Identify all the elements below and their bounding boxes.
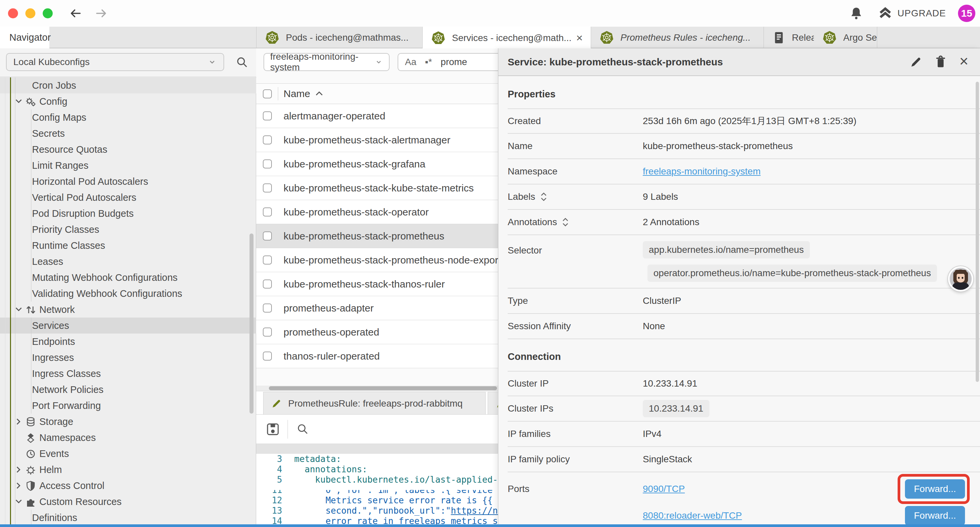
close-tab-icon[interactable]: × xyxy=(576,31,583,45)
editor-search-icon[interactable] xyxy=(296,422,310,436)
zoom-window-button[interactable] xyxy=(43,8,53,18)
row-checkbox[interactable] xyxy=(263,328,272,336)
namespace-link[interactable]: freeleaps-monitoring-system xyxy=(643,166,760,177)
selector-chip[interactable]: operator.prometheus.io/name=kube-prometh… xyxy=(648,264,937,282)
sidebar-tree-item[interactable]: Pod Disruption Budgets xyxy=(0,205,256,221)
notification-count-badge[interactable]: 15 xyxy=(958,5,975,22)
sidebar-tree-item[interactable]: Definitions xyxy=(0,509,256,525)
match-case-toggle[interactable]: Aa xyxy=(405,57,416,67)
table-row[interactable]: kube-prometheus-stack-grafana xyxy=(256,152,498,176)
participant-avatar[interactable] xyxy=(948,266,973,291)
app-tab[interactable]: Pods - icecheng@mathmas... xyxy=(256,27,423,48)
row-checkbox[interactable] xyxy=(263,304,272,312)
table-row[interactable]: kube-prometheus-stack-thanos-ruler xyxy=(256,272,498,296)
table-row[interactable]: prometheus-operated xyxy=(256,320,498,344)
sidebar-tree-item[interactable]: Custom Resources xyxy=(0,494,256,509)
row-checkbox[interactable] xyxy=(263,231,272,240)
notifications-bell-icon[interactable] xyxy=(849,6,864,21)
row-checkbox[interactable] xyxy=(263,207,272,217)
app-tab[interactable]: Argo Se xyxy=(814,27,877,48)
navigator-panel-tab[interactable]: Navigator xyxy=(0,27,49,48)
cluster-ip-chip[interactable]: 10.233.14.91 xyxy=(643,400,710,417)
regex-toggle[interactable]: ▪* xyxy=(425,57,432,67)
sidebar-tree-item[interactable]: Cron Jobs xyxy=(0,77,256,93)
sidebar-tree-item[interactable]: Events xyxy=(0,446,256,462)
table-row[interactable]: kube-prometheus-stack-kube-state-metrics xyxy=(256,176,498,200)
sidebar-tree-item[interactable]: Mutating Webhook Configurations xyxy=(0,269,256,285)
yaml-link[interactable]: https://net xyxy=(451,506,498,516)
row-checkbox[interactable] xyxy=(263,255,272,264)
table-row[interactable]: kube-prometheus-stack-prometheus-node-ex… xyxy=(256,248,498,272)
table-row[interactable]: kube-prometheus-stack-alertmanager xyxy=(256,128,498,152)
app-tab[interactable]: Release Notes xyxy=(764,27,814,48)
sidebar-tree-item[interactable]: Network Policies xyxy=(0,382,256,398)
row-checkbox[interactable] xyxy=(263,352,272,361)
row-checkbox[interactable] xyxy=(263,280,272,288)
sidebar-scrollbar[interactable] xyxy=(250,234,253,414)
sidebar-tree-item[interactable]: Ingress Classes xyxy=(0,366,256,382)
sidebar-tree-item[interactable]: Limit Ranges xyxy=(0,158,256,174)
horizontal-scrollbar-thumb[interactable] xyxy=(269,386,497,390)
save-icon[interactable] xyxy=(266,422,280,436)
sidebar-tree-item[interactable]: Storage xyxy=(0,414,256,430)
forward-port-button[interactable]: Forward... xyxy=(905,506,965,524)
sidebar-tree-item[interactable]: Horizontal Pod Autoscalers xyxy=(0,174,256,189)
forward-port-button[interactable]: Forward... xyxy=(905,479,965,498)
sidebar-tree-item[interactable]: Resource Quotas xyxy=(0,142,256,158)
upgrade-button[interactable]: UPGRADE xyxy=(878,7,946,20)
delete-resource-icon[interactable] xyxy=(935,56,947,69)
kubeconfig-selector[interactable]: Local Kubeconfigs xyxy=(6,53,224,71)
sidebar-tree-item[interactable]: Endpoints xyxy=(0,334,256,350)
sidebar-tree-item[interactable]: Priority Classes xyxy=(0,221,256,237)
row-checkbox[interactable] xyxy=(263,135,272,145)
sidebar-tree-item[interactable]: Leases xyxy=(0,253,256,269)
sidebar-tree-item[interactable]: Secrets xyxy=(0,126,256,142)
yaml-editor[interactable]: 3metadata: 4 annotations: 5 kubectl.kube… xyxy=(256,454,498,527)
sidebar-tree-item[interactable]: Config xyxy=(0,93,256,110)
table-row[interactable]: alertmanager-operated xyxy=(256,104,498,128)
sidebar-tree-item[interactable]: Access Control xyxy=(0,478,256,494)
service-name: thanos-ruler-operated xyxy=(283,350,380,362)
editor-tab[interactable]: PrometheusRule: freeleaps-prod-rabbitmq xyxy=(263,392,486,415)
expand-collapse-icon[interactable] xyxy=(540,192,547,202)
horizontal-scrollbar-track[interactable] xyxy=(256,385,498,391)
resources-panel: freeleaps-monitoring-system Aa ▪* prome … xyxy=(256,48,498,527)
resource-search-input[interactable]: Aa ▪* prome xyxy=(398,53,498,71)
selector-chip[interactable]: app.kubernetes.io/name=prometheus xyxy=(643,241,810,258)
detail-scrollbar[interactable] xyxy=(976,82,979,382)
close-drawer-icon[interactable]: × xyxy=(959,53,968,69)
edit-resource-icon[interactable] xyxy=(909,56,922,68)
back-arrow-icon[interactable] xyxy=(69,6,83,20)
detail-row-labels: Labels 9 Labels xyxy=(508,185,980,210)
sidebar-tree-item[interactable]: Network xyxy=(0,301,256,318)
namespace-selector[interactable]: freeleaps-monitoring-system xyxy=(264,53,390,71)
table-row[interactable]: kube-prometheus-stack-prometheus xyxy=(256,224,498,248)
row-checkbox[interactable] xyxy=(263,183,272,193)
close-window-button[interactable] xyxy=(8,8,18,18)
select-all-checkbox[interactable] xyxy=(263,89,272,99)
row-checkbox[interactable] xyxy=(263,159,272,169)
minimize-window-button[interactable] xyxy=(25,8,35,18)
sidebar-tree-item[interactable]: Port Forwarding xyxy=(0,398,256,414)
sidebar-tree-item[interactable]: Vertical Pod Autoscalers xyxy=(0,189,256,205)
name-column-header[interactable]: Name xyxy=(283,88,323,99)
sidebar-tree-item[interactable]: Validating Webhook Configurations xyxy=(0,285,256,301)
table-row[interactable]: prometheus-adapter xyxy=(256,296,498,320)
sidebar-tree-item[interactable]: Config Maps xyxy=(0,110,256,126)
editor-tab-partial[interactable] xyxy=(488,392,498,415)
sidebar-tree-item[interactable]: Ingresses xyxy=(0,350,256,366)
sidebar-search-icon[interactable] xyxy=(235,56,249,69)
sidebar-tree-item[interactable]: Runtime Classes xyxy=(0,237,256,253)
sidebar-tree-item[interactable]: Namespaces xyxy=(0,430,256,446)
expand-collapse-icon[interactable] xyxy=(562,217,569,227)
port-link[interactable]: 9090/TCP xyxy=(643,484,685,494)
app-tab[interactable]: Prometheus Rules - icecheng... xyxy=(591,27,764,48)
row-checkbox[interactable] xyxy=(263,111,272,120)
sidebar-tree-item[interactable]: Services xyxy=(0,318,256,334)
sidebar-tree-item[interactable]: Helm xyxy=(0,462,256,478)
port-link[interactable]: 8080:reloader-web/TCP xyxy=(643,510,742,521)
table-row[interactable]: thanos-ruler-operated xyxy=(256,344,498,368)
table-row[interactable]: kube-prometheus-stack-operator xyxy=(256,200,498,224)
app-tab[interactable]: Services - icecheng@math... × xyxy=(423,27,591,49)
forward-arrow-icon[interactable] xyxy=(94,6,108,20)
